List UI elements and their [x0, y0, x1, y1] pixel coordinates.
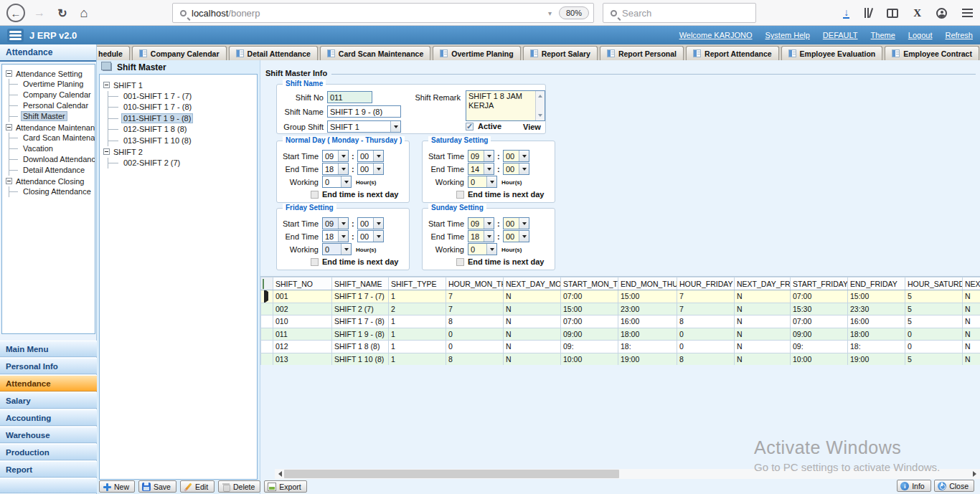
collapse-icon[interactable] — [103, 82, 110, 88]
column-header-end-mon-thur[interactable]: END_MON_THUR — [618, 277, 677, 290]
tree-item-013-shift-1-10-8[interactable]: 013-SHIFT 1 10 (8) — [108, 136, 257, 147]
tree-node-attendance-maintenance[interactable]: Attendance Maintenance — [2, 122, 95, 133]
table-row[interactable]: 010SHIFT 1 7 - (8)18N07:0016:008N07:0016… — [261, 315, 980, 328]
tab-hedule[interactable]: hedule — [97, 46, 130, 60]
column-header-hour-saturday[interactable]: HOUR_SATURDAY — [905, 277, 963, 290]
save-button[interactable]: Save — [138, 480, 176, 493]
close-button[interactable]: Close — [934, 480, 974, 492]
end-hour-select[interactable]: 18 — [322, 163, 349, 175]
header-link-theme[interactable]: Theme — [871, 31, 895, 39]
delete-button[interactable]: Delete — [218, 480, 260, 493]
tab-company-calendar[interactable]: Company Calendar — [132, 46, 227, 60]
tree-item-personal-calendar[interactable]: Personal Calendar — [9, 100, 95, 111]
zoom-badge[interactable]: 80% — [559, 6, 589, 19]
sidebar-item-attendance[interactable]: Attendance — [0, 375, 97, 391]
tree-item-card-scan-maintenance[interactable]: Card Scan Maintenance — [9, 133, 95, 143]
tree-item-vacation[interactable]: Vacation — [9, 143, 95, 154]
sidebar-item-main-menu[interactable]: Main Menu — [0, 341, 97, 357]
next-day-checkbox[interactable] — [456, 191, 464, 199]
active-checkbox[interactable] — [466, 123, 473, 130]
scroll-right-icon[interactable] — [971, 469, 980, 479]
tab-employee-contract[interactable]: Employee Contract — [885, 46, 979, 60]
tree-item-010-shift-1-7-8[interactable]: 010-SHIFT 1 7 - (8) — [108, 102, 257, 113]
url-bar[interactable]: localhost/bonerp ▾ 80% — [172, 3, 594, 23]
next-day-checkbox[interactable] — [311, 258, 319, 266]
column-header-hour-mon-thur[interactable]: HOUR_MON_THUR — [446, 277, 504, 290]
sidebar-item-production[interactable]: Production — [0, 444, 97, 460]
header-link-logout[interactable]: Logout — [908, 31, 933, 39]
tree-item-download-attendance[interactable]: Download Attendance — [9, 154, 95, 165]
tree-node-shift-1[interactable]: SHIFT 1 — [100, 80, 257, 91]
tree-item-002-shift-2-7[interactable]: 002-SHIFT 2 (7) — [108, 158, 257, 169]
export-button[interactable]: Export — [264, 480, 306, 493]
tree-node-attendance-closing[interactable]: Attendance Closing — [2, 176, 95, 186]
column-header-shift-type[interactable]: SHIFT_TYPE — [389, 277, 446, 290]
column-header-end-friday[interactable]: END_FRIDAY — [848, 277, 905, 290]
scrollbar-thumb[interactable] — [284, 470, 619, 478]
tree-node-shift-2[interactable]: SHIFT 2 — [100, 146, 257, 158]
new-button[interactable]: New — [99, 480, 135, 493]
menu-icon[interactable] — [962, 9, 973, 17]
start-hour-select[interactable]: 09 — [322, 150, 349, 162]
browser-forward-button[interactable]: → — [30, 4, 49, 22]
textarea-scrollbar[interactable] — [535, 91, 545, 120]
chevron-down-icon[interactable] — [390, 121, 400, 132]
tree-item-shift-master[interactable]: Shift Master — [9, 111, 95, 122]
working-hours-select[interactable]: 0 — [468, 243, 497, 255]
tab-report-personal[interactable]: Report Personal — [600, 46, 684, 60]
browser-reload-button[interactable]: ↻ — [53, 4, 72, 22]
info-button[interactable]: iInfo — [897, 480, 931, 492]
column-header-next-day-saturday[interactable]: NEXT_DAY_SATURDAY — [963, 277, 980, 290]
tab-detail-attendance[interactable]: Detail Attendance — [229, 46, 318, 60]
collapse-icon[interactable] — [6, 70, 12, 77]
browser-home-button[interactable]: ⌂ — [75, 4, 93, 22]
working-hours-select[interactable]: 0 — [322, 176, 352, 188]
start-hour-select[interactable]: 09 — [322, 217, 349, 229]
sidebar-item-report[interactable]: Report — [0, 461, 97, 478]
shift-no-input[interactable]: 011 — [327, 91, 372, 103]
table-row[interactable]: 013SHIFT 1 10 (8)18N10:0019:008N10:0019:… — [261, 353, 980, 365]
start-hour-select[interactable]: 09 — [468, 150, 494, 162]
tree-node-attendance-setting[interactable]: Attendance Setting — [2, 68, 95, 79]
header-link-refresh[interactable]: Refresh — [945, 31, 973, 39]
start-hour-select[interactable]: 09 — [468, 217, 494, 229]
tree-item-011-shift-1-9-8[interactable]: 011-SHIFT 1 9 - (8) — [108, 113, 257, 125]
browser-search-input[interactable]: Search — [603, 3, 756, 23]
table-row[interactable]: 012SHIFT 1 8 (8)10N09:18:0N09:18:0N — [261, 341, 980, 353]
edit-button[interactable]: Edit — [180, 480, 215, 493]
tab-report-salary[interactable]: Report Salary — [523, 46, 598, 60]
column-header-start-friday[interactable]: START_FRIDAY — [791, 277, 848, 290]
extension-x-icon[interactable]: X — [913, 7, 921, 19]
app-menu-icon[interactable] — [7, 29, 24, 42]
tree-item-closing-attendance[interactable]: Closing Attendance — [9, 186, 95, 197]
end-minute-select[interactable]: 00 — [503, 163, 529, 175]
end-hour-select[interactable]: 18 — [322, 230, 349, 242]
shift-remark-textarea[interactable]: SHIFT 1 8 JAM KERJA — [466, 90, 545, 121]
header-link-system-help[interactable]: System Help — [765, 31, 810, 39]
tree-item-001-shift-1-7-7[interactable]: 001-SHIFT 1 7 - (7) — [108, 91, 257, 103]
sidebar-item-warehouse[interactable]: Warehouse — [0, 427, 97, 443]
tab-report-attendance[interactable]: Report Attendance — [686, 46, 779, 60]
end-hour-select[interactable]: 18 — [468, 230, 494, 242]
next-day-checkbox[interactable] — [456, 258, 464, 266]
sidebar-item-personal-info[interactable]: Personal Info — [0, 358, 97, 374]
end-minute-select[interactable]: 00 — [503, 230, 529, 242]
tab-overtime-planing[interactable]: Overtime Planing — [433, 46, 520, 60]
column-header-hour-friday[interactable]: HOUR_FRIDAY — [677, 277, 735, 290]
working-hours-select[interactable]: 0 — [468, 176, 497, 188]
header-link-default[interactable]: DEFAULT — [823, 31, 858, 39]
table-row[interactable]: 002SHIFT 2 (7)27N15:0023:007N15:3023:305… — [261, 303, 980, 315]
column-header-shift-no[interactable]: SHIFT_NO — [273, 277, 332, 290]
shift-name-input[interactable]: SHIFT 1 9 - (8) — [327, 105, 401, 118]
sidebar-item-accounting[interactable]: Accounting — [0, 409, 97, 426]
next-day-checkbox[interactable] — [311, 191, 319, 199]
end-minute-select[interactable]: 00 — [357, 163, 384, 175]
scroll-left-icon[interactable] — [275, 469, 284, 479]
sidebar-item-salary[interactable]: Salary — [0, 392, 97, 409]
account-icon[interactable] — [936, 8, 947, 19]
column-header-next-day-mon-thur[interactable]: NEXT_DAY_MON_THUR — [504, 277, 561, 290]
view-link[interactable]: View — [523, 123, 541, 131]
collapse-icon[interactable] — [103, 148, 110, 155]
column-header-start-mon-thur[interactable]: START_MON_THUR — [561, 277, 618, 290]
tab-employee-evaluation[interactable]: Employee Evaluation — [781, 46, 883, 60]
